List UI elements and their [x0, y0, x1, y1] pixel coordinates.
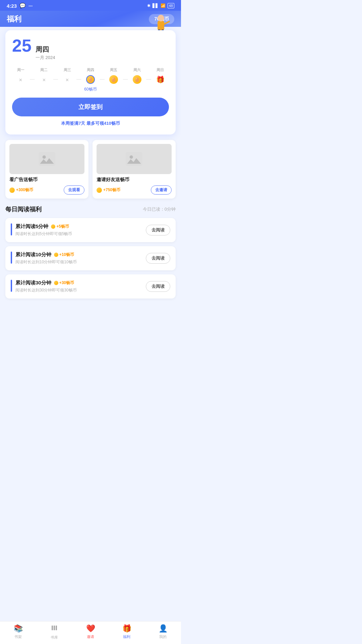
promo-bottom-invite: +750畅币 去邀请 [97, 185, 172, 195]
status-left: 4:23 💬 ··· [7, 3, 33, 9]
task-title-10min: 累计阅读10分钟 +10畅币 [15, 252, 77, 258]
section-title-reading: 每日阅读福利 [5, 205, 42, 213]
task-left-10min: 累计阅读10分钟 +10畅币 阅读时长达到10分钟即可领10畅币 [11, 252, 77, 265]
status-time: 4:23 [7, 3, 17, 9]
task-info-30min: 累计阅读30分钟 +30畅币 阅读时长达到30分钟即可领30畅币 [15, 280, 77, 293]
task-coin-dot-3 [54, 281, 58, 285]
sign-hint: 本周签满7天 最多可领410畅币 [12, 120, 169, 126]
week-day-thu: 周四 🥚 [82, 67, 99, 84]
task-bar-30min [11, 280, 12, 292]
checkin-tue-icon: ✕ [39, 75, 49, 85]
promo-img-invite [97, 144, 172, 174]
today-reward: 60畅币 [12, 87, 169, 92]
task-bar-10min [11, 252, 12, 264]
week-day-wed: 周三 ✕ [59, 67, 76, 85]
week-day-tue: 周二 ✕ [35, 67, 52, 85]
promo-action-invite[interactable]: 去邀请 [151, 185, 172, 195]
task-left-30min: 累计阅读30分钟 +30畅币 阅读时长达到30分钟即可领30畅币 [11, 280, 77, 293]
date-info: 周四 一月 2024 [36, 45, 55, 61]
week-day-sat: 周六 🥚 [128, 67, 145, 84]
task-title-30min: 累计阅读30分钟 +30畅币 [15, 280, 77, 286]
svg-rect-7 [39, 152, 55, 166]
promo-title-ad: 看广告送畅币 [9, 177, 84, 183]
week-row: 周一 ✕ ── 周二 ✕ ── 周三 ✕ ── 周四 🥚 ── 周五 🥚 ── … [12, 67, 169, 85]
read-btn-30min[interactable]: 去阅读 [146, 281, 170, 292]
week-day-sun: 周日 🎁 [152, 67, 169, 84]
svg-point-10 [130, 155, 133, 159]
task-item-10min: 累计阅读10分钟 +10畅币 阅读时长达到10分钟即可领10畅币 去阅读 [5, 246, 176, 270]
task-coin-dot-2 [54, 253, 58, 257]
promo-card-ad: 看广告送畅币 +300畅币 去观看 [5, 140, 88, 199]
svg-line-4 [164, 21, 169, 24]
coin-dot-icon-2 [97, 187, 102, 193]
page-title: 福利 [7, 14, 21, 24]
more-icon: ··· [28, 3, 33, 9]
task-reward-30min: +30畅币 [54, 280, 74, 286]
task-title-5min: 累计阅读5分钟 +5畅币 [15, 223, 72, 230]
task-info-10min: 累计阅读10分钟 +10畅币 阅读时长达到10分钟即可领10畅币 [15, 252, 77, 265]
checkin-sun-icon: 🎁 [156, 75, 165, 84]
svg-point-8 [43, 155, 46, 159]
date-month: 一月 2024 [36, 55, 55, 61]
promo-img-ad [9, 144, 84, 174]
svg-point-3 [158, 15, 164, 21]
week-day-fri: 周五 🥚 [105, 67, 122, 84]
promo-bottom-ad: +300畅币 去观看 [9, 185, 84, 195]
checkin-wed-icon: ✕ [63, 75, 72, 85]
promo-reward-ad: +300畅币 [9, 187, 33, 193]
checkin-thu-icon: 🥚 [86, 75, 95, 84]
section-header-reading: 每日阅读福利 今日已读：0分钟 [5, 205, 176, 213]
task-reward-10min: +10畅币 [54, 252, 74, 258]
date-day: 25 [12, 37, 32, 54]
read-btn-10min[interactable]: 去阅读 [146, 253, 170, 264]
promo-title-invite: 邀请好友送畅币 [97, 177, 172, 183]
task-info-5min: 累计阅读5分钟 +5畅币 阅读时长达到5分钟即可领5畅币 [15, 223, 72, 237]
sign-in-button[interactable]: 立即签到 [12, 98, 169, 116]
checkin-fri-icon: 🥚 [109, 75, 118, 84]
checkin-sat-icon: 🥚 [133, 75, 141, 84]
svg-rect-9 [126, 152, 142, 166]
week-day-mon: 周一 ✕ [12, 67, 29, 85]
svg-rect-2 [158, 21, 164, 30]
date-section: 25 周四 一月 2024 [12, 37, 169, 61]
task-left-5min: 累计阅读5分钟 +5畅币 阅读时长达到5分钟即可领5畅币 [11, 223, 72, 237]
coin-dot-icon [9, 187, 15, 193]
header: 福利 70畅币 [0, 11, 181, 27]
content-area: 看广告送畅币 +300畅币 去观看 邀请好友送畅币 [0, 135, 181, 329]
task-reward-5min: +5畅币 [51, 224, 69, 229]
today-read-meta: 今日已读：0分钟 [143, 206, 176, 212]
notification-icon: 💬 [19, 3, 26, 9]
read-btn-5min[interactable]: 去阅读 [146, 225, 170, 235]
task-desc-30min: 阅读时长达到30分钟即可领30畅币 [15, 287, 77, 293]
promo-action-ad[interactable]: 去观看 [64, 185, 84, 195]
promo-row: 看广告送畅币 +300畅币 去观看 邀请好友送畅币 [5, 140, 176, 199]
task-desc-5min: 阅读时长达到5分钟即可领5畅币 [15, 231, 72, 237]
promo-reward-invite: +750畅币 [97, 187, 120, 193]
task-desc-10min: 阅读时长达到10分钟即可领10畅币 [15, 259, 77, 265]
checkin-mon-icon: ✕ [16, 75, 25, 85]
task-item-5min: 累计阅读5分钟 +5畅币 阅读时长达到5分钟即可领5畅币 去阅读 [5, 218, 176, 242]
task-item-30min: 累计阅读30分钟 +30畅币 阅读时长达到30分钟即可领30畅币 去阅读 [5, 274, 176, 299]
promo-card-invite: 邀请好友送畅币 +750畅币 去邀请 [93, 140, 176, 199]
main-card: 25 周四 一月 2024 周一 ✕ ── 周二 ✕ ── 周三 ✕ ── 周四… [5, 30, 176, 135]
task-coin-dot [51, 224, 55, 229]
task-bar-5min [11, 223, 12, 235]
date-weekday: 周四 [36, 45, 55, 54]
